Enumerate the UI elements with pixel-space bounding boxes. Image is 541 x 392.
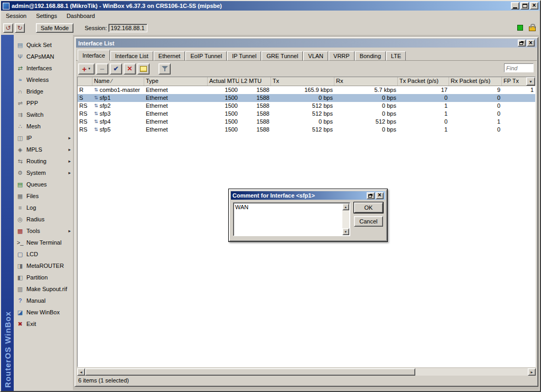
brand-strip: RouterOS WinBox bbox=[1, 35, 14, 391]
sidebar-item[interactable]: ⇉ Switch ▸ bbox=[14, 109, 73, 120]
maximize-icon bbox=[523, 4, 527, 8]
scroll-right-button[interactable]: ► bbox=[528, 368, 536, 376]
safe-mode-button[interactable]: Safe Mode bbox=[36, 23, 73, 33]
sidebar-item[interactable]: ▤ Queues ▸ bbox=[14, 179, 73, 190]
dialog-title: Comment for Interface <sfp1> bbox=[232, 192, 366, 199]
sidebar-item[interactable]: ⇄ Interfaces ▸ bbox=[14, 62, 73, 74]
column-chooser-button[interactable]: ▼ bbox=[526, 77, 535, 86]
comment-textarea[interactable]: WAN bbox=[235, 204, 341, 235]
sidebar-item[interactable]: ▥ Make Supout.rif ▸ bbox=[14, 283, 73, 295]
restore-icon bbox=[368, 194, 372, 198]
table-row[interactable]: RS ⇅sfp4 Ethernet 1500 1588 0 bps 512 bp… bbox=[78, 118, 535, 126]
tab[interactable]: GRE Tunnel bbox=[262, 51, 303, 61]
sidebar-item[interactable]: ▩ Tools ▸ bbox=[14, 225, 73, 237]
sidebar-item[interactable]: ⇌ PPP ▸ bbox=[14, 97, 73, 109]
sidebar-item[interactable]: ◨ MetaROUTER ▸ bbox=[14, 260, 73, 272]
sidebar-item[interactable]: ◫ IP ▸ bbox=[14, 132, 73, 144]
table-row[interactable]: S ⇅sfp1 Ethernet 1500 1588 0 bps 0 bps 0… bbox=[78, 94, 535, 102]
cell-rx: 5.7 kbps bbox=[334, 86, 398, 94]
dialog-restore-button[interactable] bbox=[367, 192, 375, 199]
dialog-close-button[interactable]: × bbox=[376, 192, 384, 199]
column-header[interactable]: Rx bbox=[334, 77, 398, 86]
menu-item[interactable]: Settings bbox=[31, 12, 62, 20]
filter-button[interactable] bbox=[158, 63, 171, 74]
column-header[interactable]: Tx bbox=[271, 77, 334, 86]
tab[interactable]: VRRP bbox=[329, 51, 355, 61]
comment-scrollbar[interactable]: ▲ ▼ bbox=[342, 203, 349, 235]
table-row[interactable]: RS ⇅sfp2 Ethernet 1500 1588 512 bps 0 bp… bbox=[78, 102, 535, 110]
column-header[interactable]: Type bbox=[144, 77, 208, 86]
tab[interactable]: Ethernet bbox=[154, 51, 185, 61]
sidebar-item[interactable]: ∩ Bridge ▸ bbox=[14, 86, 73, 97]
maximize-button[interactable] bbox=[520, 2, 529, 10]
column-header[interactable]: Actual MTU bbox=[208, 77, 239, 86]
tab[interactable]: IP Tunnel bbox=[227, 51, 261, 61]
brand-vertical-text: RouterOS WinBox bbox=[3, 311, 12, 391]
find-input[interactable] bbox=[504, 63, 534, 72]
sidebar-item[interactable]: ▤ Quick Set ▸ bbox=[14, 39, 73, 51]
mesh-icon: ∴ bbox=[16, 123, 24, 130]
sidebar-item[interactable]: ? Manual ▸ bbox=[14, 295, 73, 306]
scroll-down-button[interactable]: ▼ bbox=[342, 228, 349, 235]
sidebar-item[interactable]: ✖ Exit ▸ bbox=[14, 318, 73, 330]
sidebar-item[interactable]: >_ New Terminal ▸ bbox=[14, 237, 73, 248]
scrollbar-track[interactable] bbox=[415, 368, 528, 376]
tab[interactable]: VLAN bbox=[303, 51, 328, 61]
app-titlebar[interactable]: admin@192.168.88.1 (MikroTik) - WinBox v… bbox=[1, 1, 540, 11]
horizontal-scrollbar[interactable]: ◄ ► bbox=[77, 368, 536, 376]
interface-list-titlebar[interactable]: Interface List × bbox=[76, 39, 537, 48]
sidebar-item[interactable]: ◧ Partition ▸ bbox=[14, 272, 73, 283]
sidebar-item[interactable]: ◪ New WinBox ▸ bbox=[14, 306, 73, 318]
close-button[interactable]: × bbox=[530, 2, 538, 10]
cancel-button[interactable]: Cancel bbox=[354, 216, 383, 227]
sidebar-item[interactable]: Ψ CAPsMAN ▸ bbox=[14, 51, 73, 62]
minimize-button[interactable] bbox=[511, 2, 519, 10]
column-header[interactable]: L2 MTU bbox=[239, 77, 271, 86]
tab[interactable]: Interface List bbox=[110, 51, 153, 61]
table-row[interactable]: RS ⇅sfp5 Ethernet 1500 1588 512 bps 0 bp… bbox=[78, 126, 535, 134]
add-button[interactable]: +▼ bbox=[78, 63, 95, 74]
tab[interactable]: EoIP Tunnel bbox=[185, 51, 227, 61]
tab[interactable]: LTE bbox=[386, 51, 406, 61]
window-close-button[interactable]: × bbox=[527, 40, 535, 46]
sidebar-item[interactable]: ≈ Wireless ▸ bbox=[14, 74, 73, 86]
restore-button[interactable] bbox=[518, 40, 526, 46]
sidebar-item[interactable]: ▢ LCD ▸ bbox=[14, 248, 73, 260]
exit-icon: ✖ bbox=[16, 321, 24, 328]
table-row[interactable]: R ⇅combo1-master Ethernet 1500 1588 165.… bbox=[78, 86, 535, 94]
sidebar-item[interactable]: ⇆ Routing ▸ bbox=[14, 155, 73, 167]
sidebar-item[interactable]: ⚙ System ▸ bbox=[14, 167, 73, 179]
sidebar-item[interactable]: ◈ MPLS ▸ bbox=[14, 144, 73, 155]
column-header[interactable]: Tx Packet (p/s) bbox=[398, 77, 449, 86]
redo-button[interactable]: ↻ bbox=[15, 23, 25, 33]
remove-button[interactable]: − bbox=[96, 63, 108, 74]
sidebar-item[interactable]: ◎ Radius ▸ bbox=[14, 213, 73, 225]
dialog-titlebar[interactable]: Comment for Interface <sfp1> × bbox=[231, 191, 385, 200]
column-header[interactable] bbox=[78, 77, 92, 86]
column-header[interactable]: Name bbox=[92, 77, 144, 86]
sidebar-item-label: Switch bbox=[26, 111, 71, 118]
sidebar-item[interactable]: ▦ Files ▸ bbox=[14, 190, 73, 202]
tab[interactable]: Interface bbox=[78, 50, 110, 61]
log-icon: ≡ bbox=[16, 204, 24, 211]
sidebar-item[interactable]: ≡ Log ▸ bbox=[14, 202, 73, 213]
sidebar-item-label: Log bbox=[26, 204, 71, 211]
menu-item[interactable]: Dashboard bbox=[62, 12, 100, 20]
sidebar-item[interactable]: ∴ Mesh ▸ bbox=[14, 120, 73, 132]
scrollbar-thumb[interactable] bbox=[85, 368, 415, 376]
comment-button[interactable] bbox=[137, 63, 150, 74]
tab[interactable]: Bonding bbox=[355, 51, 386, 61]
interface-icon: ⇅ bbox=[94, 118, 98, 126]
scroll-left-button[interactable]: ◄ bbox=[77, 368, 85, 376]
undo-button[interactable]: ↺ bbox=[3, 23, 13, 33]
column-header[interactable]: Rx Packet (p/s) bbox=[449, 77, 502, 86]
ok-button[interactable]: OK bbox=[354, 202, 383, 213]
menu-item[interactable]: Session bbox=[1, 12, 31, 20]
table-row[interactable]: RS ⇅sfp3 Ethernet 1500 1588 512 bps 0 bp… bbox=[78, 110, 535, 118]
scroll-up-button[interactable]: ▲ bbox=[342, 203, 349, 210]
enable-button[interactable]: ✔ bbox=[110, 63, 122, 74]
disable-button[interactable]: ✕ bbox=[124, 63, 136, 74]
session-field[interactable]: 192.168.88.1 bbox=[108, 24, 147, 32]
cell-l2-mtu: 1588 bbox=[239, 126, 271, 134]
cell-rx: 0 bps bbox=[334, 126, 398, 134]
